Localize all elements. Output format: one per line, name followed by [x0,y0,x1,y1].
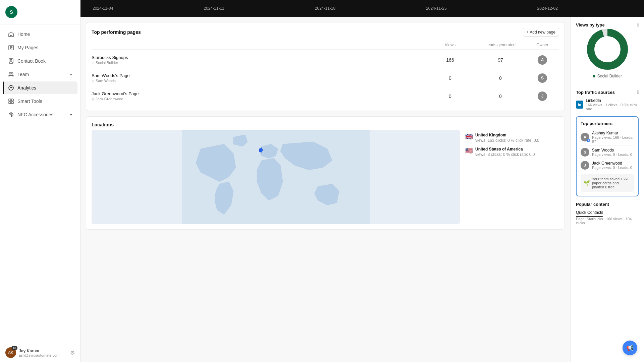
popular-sub: Page: Starbucks · 166 views · 104 clicks [576,217,639,225]
eco-banner: 🌱 Your team saved 166+ paper cards and p… [581,174,634,192]
leads-val: 0 [475,94,526,99]
traffic-sources-section: Top traffic sources ℹ in LinkedIn 166 vi… [576,89,639,111]
eco-message: Your team saved 166+ paper cards and pla… [592,177,631,189]
sidebar-item-smart-tools[interactable]: Smart Tools [3,95,77,108]
col-page [92,43,425,47]
sidebar-footer: AK 18 Jay Kumar ash@synxautomate.com ⚙ [0,343,80,362]
uk-stats: views: 163 clicks: 0 % click rate: 0.0 [475,138,539,143]
date-2: 2024-11-11 [204,6,224,11]
us-flag: 🇺🇸 [465,147,473,155]
col-views: Views [425,43,475,47]
page-name: Starbucks Signups [92,55,425,60]
location-item: 🇬🇧 United Kingdom views: 163 clicks: 0 %… [465,133,559,143]
table-row: Jack Greenwood's Page ⊞ Jack Greenwood 0… [92,87,559,105]
performer-info: Jack Greenwood Page views: 0 · Leads: 0 [592,161,632,170]
page-name: Sam Woods's Page [92,73,425,78]
top-bar: 2024-11-04 2024-11-11 2024-11-18 2024-11… [80,0,644,17]
locations-inner: 🇬🇧 United Kingdom views: 163 clicks: 0 %… [92,130,559,224]
linkedin-name: LinkedIn [586,98,639,103]
tools-icon [8,98,14,104]
active-indicator [3,81,4,94]
donut-chart: Social Builder [576,27,639,78]
svg-point-2 [10,60,12,61]
sidebar-item-contact-book[interactable]: Contact Book [3,55,77,67]
performer-avatar-s: S [581,148,589,157]
performer-stats: Page views: 166 · Leads: 97 [592,135,634,143]
svg-rect-8 [11,99,13,101]
right-panel: Views by type ℹ Social Builder [570,17,644,362]
user-avatar: AK 18 [5,347,16,358]
page-info: Jack Greenwood's Page ⊞ Jack Greenwood [92,91,425,101]
performer-name: Akshay Kumar [592,131,634,135]
page-name: Jack Greenwood's Page [92,91,425,96]
sidebar-item-analytics[interactable]: Analytics [3,81,77,94]
performer-item: A ✦ Akshay Kumar Page views: 166 · Leads… [581,129,634,146]
sidebar-item-home[interactable]: Home [3,28,77,41]
table-header: Views Leads generated Owner [92,41,559,50]
page-info: Starbucks Signups ⊞ Social Builder [92,55,425,65]
uk-info: United Kingdom views: 163 clicks: 0 % cl… [475,133,539,143]
performer-info: Akshay Kumar Page views: 166 · Leads: 97 [592,131,634,143]
sidebar-item-smart-tools-label: Smart Tools [17,99,42,104]
traffic-sources-title: Top traffic sources ℹ [576,89,639,95]
us-name: United States of America [475,147,535,152]
uk-flag: 🇬🇧 [465,133,473,140]
sidebar-item-home-label: Home [17,32,30,37]
world-map [92,130,460,224]
chat-button[interactable]: 📢 [623,341,637,355]
views-val: 166 [425,57,475,63]
owner-avatar: A [538,55,547,65]
sidebar-item-team-label: Team [17,72,29,77]
svg-point-6 [11,87,12,88]
top-performers-section: Top performers A ✦ Akshay Kumar Page vie… [576,116,639,196]
sidebar-item-analytics-label: Analytics [17,85,36,90]
date-4: 2024-11-25 [426,6,446,11]
sidebar-item-contact-book-label: Contact Book [17,58,46,64]
sidebar-item-nfc[interactable]: NFC Accessories ▾ [3,108,77,121]
sidebar-nav: Home My Pages Contact Book Team ▾ [0,24,80,343]
chat-icon: 📢 [626,344,634,352]
info-icon[interactable]: ℹ [637,22,639,27]
popular-content-title: Popular content [576,202,639,207]
popular-content-list: Quick Contacts Page: Starbucks · 166 vie… [576,210,639,225]
settings-icon[interactable]: ⚙ [70,350,75,356]
sidebar-logo: S [0,0,80,24]
date-1: 2024-11-04 [93,6,113,11]
top-performers-title: Top performers [581,121,634,126]
contacts-icon [8,58,14,64]
svg-point-11 [11,114,11,115]
performer-item: J Jack Greenwood Page views: 0 · Leads: … [581,159,634,172]
svg-rect-9 [9,102,11,104]
eco-icon: 🌱 [583,180,590,186]
builder-icon: ⊞ [92,79,94,83]
sidebar-item-team[interactable]: Team ▾ [3,68,77,81]
linkedin-logo: in [576,101,583,109]
table-row: Starbucks Signups ⊞ Social Builder 166 9… [92,51,559,69]
info-icon[interactable]: ℹ [637,89,639,95]
performer-stats: Page views: 0 · Leads: 0 [592,153,632,157]
traffic-sources-list: in LinkedIn 166 views · 1 clicks · 0.6% … [576,98,639,111]
notification-badge: 18 [11,346,17,350]
top-performing-header: Top performing pages + Add new page [92,28,559,37]
svg-rect-10 [11,102,13,104]
user-info: Jay Kumar ash@synxautomate.com [19,348,67,357]
svg-rect-7 [9,99,11,101]
page-sub: ⊞ Jack Greenwood [92,97,425,101]
linkedin-info: LinkedIn 166 views · 1 clicks · 0.6% cli… [586,98,639,111]
leads-val: 0 [475,75,526,81]
performer-avatar-a: A ✦ [581,133,589,141]
performer-item: S Sam Woods Page views: 0 · Leads: 0 [581,146,634,159]
owner-val: J [526,92,559,101]
views-by-type-section: Views by type ℹ Social Builder [576,22,639,78]
donut-svg [586,27,629,71]
owner-avatar: S [538,73,547,83]
col-owner: Owner [526,43,559,47]
sidebar-item-my-pages[interactable]: My Pages [3,41,77,54]
performer-name: Sam Woods [592,148,632,153]
locations-list: 🇬🇧 United Kingdom views: 163 clicks: 0 %… [465,130,559,224]
add-new-page-button[interactable]: + Add new page [523,28,559,37]
legend-label: Social Builder [597,74,622,78]
leads-val: 97 [475,57,526,63]
svg-point-14 [591,33,624,66]
builder-icon: ⊞ [92,97,94,101]
